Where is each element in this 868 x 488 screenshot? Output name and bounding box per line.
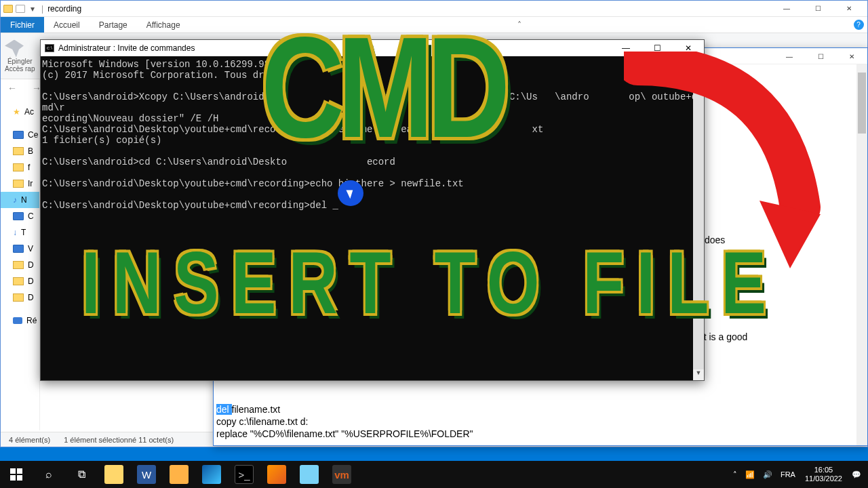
sidebar-item[interactable]: T — [1, 224, 39, 241]
app-icon — [170, 465, 189, 484]
help-button[interactable]: ? — [850, 17, 867, 33]
taskbar-notepad[interactable] — [293, 461, 326, 488]
sidebar-item[interactable]: V — [1, 241, 39, 257]
pin-label2: Accès rap — [5, 65, 35, 73]
notepad-snippet: del filename.txt copy c:\filename.txt d:… — [216, 403, 865, 440]
tray-clock[interactable]: 16:05 11/03/2022 — [800, 466, 848, 483]
close-button[interactable]: ✕ — [833, 1, 865, 16]
sidebar-thispc[interactable]: Ce — [1, 127, 39, 143]
cmd-icon: c:\ — [45, 44, 54, 52]
taskbar-app[interactable]: W — [130, 461, 163, 488]
tray-chevron[interactable]: ˄ — [729, 470, 741, 479]
tab-home[interactable]: Accueil — [44, 17, 90, 33]
sidebar-item[interactable]: D — [1, 273, 39, 289]
sidebar-quickaccess[interactable]: Ac — [1, 104, 39, 120]
scroll-down-icon[interactable]: ▼ — [693, 369, 704, 380]
pin-label1: Épingler — [5, 58, 35, 65]
tray-notifications-icon[interactable]: 💬 — [848, 470, 865, 479]
sidebar-item[interactable]: N — [1, 192, 39, 208]
sidebar-network[interactable]: Ré — [1, 312, 39, 329]
scrollbar-thumb[interactable] — [858, 73, 866, 134]
explorer-sidebar: Ac Ce B f Ir N C T V D D D Ré — [1, 79, 40, 430]
tray-volume-icon[interactable]: 🔊 — [759, 470, 776, 479]
taskbar-explorer[interactable] — [98, 461, 130, 488]
notepad-scrollbar[interactable] — [856, 64, 867, 445]
tray-network-icon[interactable]: 📶 — [741, 470, 759, 479]
overlay-insert-text: INSERT TO FILE — [81, 232, 778, 334]
cursor-highlight — [338, 180, 363, 206]
taskbar-firefox[interactable] — [260, 461, 293, 488]
taskbar-app[interactable]: vm — [326, 461, 358, 488]
tab-view[interactable]: Affichage — [137, 17, 190, 33]
vmware-icon: vm — [332, 465, 351, 484]
doc-icon — [16, 5, 25, 13]
sidebar-item[interactable]: D — [1, 257, 39, 273]
tab-share[interactable]: Partage — [90, 17, 137, 33]
svg-rect-0 — [10, 468, 16, 474]
dropdown-icon[interactable]: ▾ — [31, 4, 35, 14]
ribbon-collapse[interactable]: ˄ — [511, 17, 528, 33]
taskbar-edge[interactable] — [195, 461, 228, 488]
notepad-icon — [300, 465, 319, 484]
pin-quickaccess[interactable]: Épingler Accès rap — [5, 40, 35, 73]
tab-file[interactable]: Fichier — [1, 17, 44, 33]
start-button[interactable] — [0, 461, 33, 488]
search-button[interactable]: ⌕ — [33, 461, 65, 488]
sidebar-item[interactable]: D — [1, 289, 39, 306]
overlay-cmd-text: CMD — [261, 4, 503, 170]
taskbar: ⌕ ⧉ W >_ vm ˄ 📶 🔊 FRA 16:05 11/03/2022 💬 — [0, 461, 868, 488]
firefox-icon — [267, 465, 286, 484]
cmd-title: Administrateur : Invite de commandes — [58, 43, 195, 53]
status-count: 4 élément(s) — [9, 436, 50, 444]
sidebar-item[interactable]: f — [1, 159, 39, 176]
sidebar-item[interactable]: Ir — [1, 176, 39, 192]
close-button[interactable]: ✕ — [836, 48, 867, 64]
svg-rect-1 — [17, 468, 22, 474]
cmd-icon: >_ — [235, 465, 254, 484]
sidebar-item[interactable]: B — [1, 143, 39, 159]
separator: | — [41, 4, 43, 14]
taskbar-cmd[interactable]: >_ — [228, 461, 260, 488]
explorer-title: recording — [47, 4, 81, 14]
folder-icon — [3, 5, 13, 13]
word-icon: W — [137, 465, 156, 484]
clock-date: 11/03/2022 — [805, 474, 842, 483]
folder-icon — [104, 465, 123, 484]
status-selection: 1 élément sélectionné 11 octet(s) — [64, 436, 174, 444]
svg-rect-2 — [10, 475, 16, 481]
maximize-button[interactable]: ☐ — [802, 1, 833, 16]
pin-icon — [5, 40, 24, 58]
minimize-button[interactable]: — — [771, 1, 802, 16]
system-tray: ˄ 📶 🔊 FRA 16:05 11/03/2022 💬 — [729, 466, 868, 483]
svg-rect-3 — [17, 475, 22, 481]
taskview-button[interactable]: ⧉ — [65, 461, 98, 488]
tray-language[interactable]: FRA — [776, 470, 800, 479]
taskbar-app[interactable] — [163, 461, 195, 488]
clock-time: 16:05 — [805, 466, 842, 474]
sidebar-item[interactable]: C — [1, 208, 39, 224]
edge-icon — [202, 465, 221, 484]
